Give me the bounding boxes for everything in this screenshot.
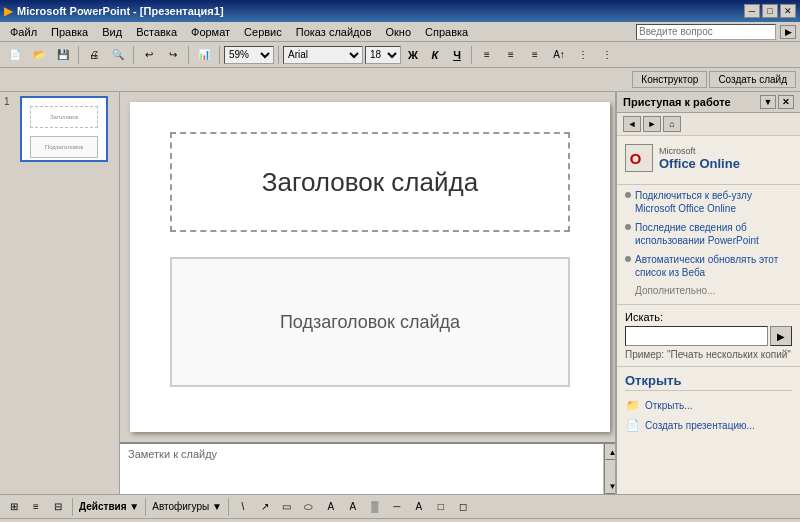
slides-panel: 1 Заголовок Подзаголовок xyxy=(0,92,120,494)
secondary-toolbar: Конструктор Создать слайд xyxy=(0,68,800,92)
align-left-button[interactable]: ≡ xyxy=(476,45,498,65)
task-pane-close-btn[interactable]: ✕ xyxy=(778,95,794,109)
menubar: Файл Правка Вид Вставка Формат Сервис По… xyxy=(0,22,800,42)
maximize-button[interactable]: □ xyxy=(762,4,778,18)
question-go-button[interactable]: ▶ xyxy=(780,25,796,39)
bullets-button[interactable]: ⋮ xyxy=(596,45,618,65)
notes-scrollbar[interactable]: ▲ ▼ xyxy=(604,444,615,494)
slide-canvas: Заголовок слайда Подзаголовок слайда xyxy=(130,102,610,432)
align-right-button[interactable]: ≡ xyxy=(524,45,546,65)
more-link[interactable]: Дополнительно... xyxy=(635,285,792,296)
nav-fwd-btn[interactable]: ► xyxy=(643,116,661,132)
slide-subtitle-box[interactable]: Подзаголовок слайда xyxy=(170,257,570,387)
outline-view-btn[interactable]: ≡ xyxy=(26,498,46,516)
bullet3 xyxy=(625,256,631,262)
menu-help[interactable]: Справка xyxy=(419,25,474,39)
preview-button[interactable]: 🔍 xyxy=(107,45,129,65)
3d-btn[interactable]: ◻ xyxy=(453,498,473,516)
nav-home-btn[interactable]: ⌂ xyxy=(663,116,681,132)
open-title: Открыть xyxy=(625,373,792,391)
scroll-track xyxy=(605,460,615,478)
menu-insert[interactable]: Вставка xyxy=(130,25,183,39)
office-text: Office Online xyxy=(659,156,740,171)
font-select[interactable]: Arial xyxy=(283,46,363,64)
menu-window[interactable]: Окно xyxy=(380,25,418,39)
slide-area-inner: Заголовок слайда Подзаголовок слайда Зам… xyxy=(120,92,615,494)
chart-button[interactable]: 📊 xyxy=(193,45,215,65)
question-input[interactable] xyxy=(636,24,776,40)
minimize-button[interactable]: ─ xyxy=(744,4,760,18)
redo-button[interactable]: ↪ xyxy=(162,45,184,65)
align-center-button[interactable]: ≡ xyxy=(500,45,522,65)
numbering-button[interactable]: ⋮ xyxy=(572,45,594,65)
menu-file[interactable]: Файл xyxy=(4,25,43,39)
create-presentation-item[interactable]: 📄 Создать презентацию... xyxy=(625,417,792,433)
underline-button[interactable]: Ч xyxy=(447,46,467,64)
font-size-select[interactable]: 18 xyxy=(365,46,401,64)
scroll-down-btn[interactable]: ▼ xyxy=(605,478,615,494)
fill-color-btn[interactable]: ▒ xyxy=(365,498,385,516)
line-color-btn[interactable]: ─ xyxy=(387,498,407,516)
search-example: Пример: "Печать нескольких копий" xyxy=(625,349,792,360)
rect-btn[interactable]: ▭ xyxy=(277,498,297,516)
scroll-up-btn[interactable]: ▲ xyxy=(605,444,615,460)
undo-button[interactable]: ↩ xyxy=(138,45,160,65)
menu-view[interactable]: Вид xyxy=(96,25,128,39)
bullet1 xyxy=(625,192,631,198)
link3-text: Автоматически обновлять этот список из В… xyxy=(635,253,792,279)
font-size-inc-button[interactable]: A↑ xyxy=(548,45,570,65)
slide-sorter-btn[interactable]: ⊟ xyxy=(48,498,68,516)
search-go-button[interactable]: ▶ xyxy=(770,326,792,346)
line-btn[interactable]: \ xyxy=(233,498,253,516)
font-color-btn[interactable]: A xyxy=(409,498,429,516)
task-pane-menu-btn[interactable]: ▼ xyxy=(760,95,776,109)
search-section: Искать: ▶ Пример: "Печать нескольких коп… xyxy=(617,305,800,367)
wordart-btn[interactable]: A xyxy=(343,498,363,516)
italic-button[interactable]: К xyxy=(425,46,445,64)
open-file-item[interactable]: 📁 Открыть... xyxy=(625,397,792,413)
office-sub: Microsoft xyxy=(659,146,740,156)
search-label: Искать: xyxy=(625,311,792,323)
slide-canvas-wrapper: Заголовок слайда Подзаголовок слайда xyxy=(120,92,615,442)
menu-tools[interactable]: Сервис xyxy=(238,25,288,39)
menu-format[interactable]: Формат xyxy=(185,25,236,39)
text-btn[interactable]: A xyxy=(321,498,341,516)
normal-view-btn[interactable]: ⊞ xyxy=(4,498,24,516)
bold-button[interactable]: Ж xyxy=(403,46,423,64)
constructor-button[interactable]: Конструктор xyxy=(632,71,707,88)
menu-edit[interactable]: Правка xyxy=(45,25,94,39)
actions-btn[interactable]: Действия ▼ xyxy=(77,501,141,512)
autoshapes-btn[interactable]: Автофигуры ▼ xyxy=(150,501,224,512)
search-input[interactable] xyxy=(625,326,768,346)
zoom-select[interactable]: 59% xyxy=(224,46,274,64)
print-button[interactable]: 🖨 xyxy=(83,45,105,65)
link-ms-online[interactable]: Подключиться к веб-узлу Microsoft Office… xyxy=(625,189,792,215)
notes-label[interactable]: Заметки к слайду xyxy=(120,444,604,494)
link-recent-news[interactable]: Последние сведения об использовании Powe… xyxy=(625,221,792,247)
close-button[interactable]: ✕ xyxy=(780,4,796,18)
slide-title-box[interactable]: Заголовок слайда xyxy=(170,132,570,232)
shadow-btn[interactable]: □ xyxy=(431,498,451,516)
titlebar-controls: ─ □ ✕ xyxy=(744,4,796,18)
new-button[interactable]: 📄 xyxy=(4,45,26,65)
oval-btn[interactable]: ⬭ xyxy=(299,498,319,516)
task-links: Подключиться к веб-узлу Microsoft Office… xyxy=(617,185,800,305)
folder-icon: 📁 xyxy=(625,397,641,413)
slide-thumbnail[interactable]: Заголовок Подзаголовок xyxy=(20,96,108,162)
office-logo: O Microsoft Office Online xyxy=(625,144,792,172)
menu-slideshow[interactable]: Показ слайдов xyxy=(290,25,378,39)
office-logo-icon: O xyxy=(625,144,653,172)
nav-back-btn[interactable]: ◄ xyxy=(623,116,641,132)
main-toolbar: 📄 📂 💾 🖨 🔍 ↩ ↪ 📊 59% Arial 18 Ж К Ч ≡ ≡ ≡… xyxy=(0,42,800,68)
search-row: ▶ xyxy=(625,326,792,346)
app-icon: ▶ xyxy=(4,4,13,18)
slide-number: 1 xyxy=(4,96,16,107)
separator3 xyxy=(188,46,189,64)
separator5 xyxy=(278,46,279,64)
task-pane-header-right: ▼ ✕ xyxy=(760,95,794,109)
open-button[interactable]: 📂 xyxy=(28,45,50,65)
create-slide-button[interactable]: Создать слайд xyxy=(709,71,796,88)
save-button[interactable]: 💾 xyxy=(52,45,74,65)
arrow-btn[interactable]: ↗ xyxy=(255,498,275,516)
link-auto-update[interactable]: Автоматически обновлять этот список из В… xyxy=(625,253,792,279)
